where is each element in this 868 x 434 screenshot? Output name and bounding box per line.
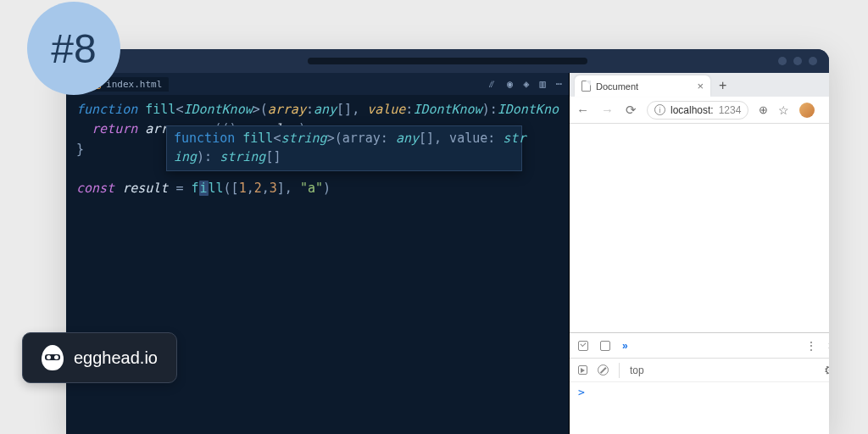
document-icon <box>581 81 591 92</box>
egghead-logo-icon <box>42 345 64 370</box>
site-info-icon[interactable]: i <box>654 104 665 115</box>
preview-icon[interactable]: ◉ <box>507 78 513 90</box>
editor-tab-bar: 5 index.html ⫽ ◉ ◈ ▥ ⋯ <box>66 73 569 95</box>
devtools-menu-icon[interactable]: ⋮ <box>806 340 816 352</box>
console-prompt[interactable]: > <box>570 382 829 402</box>
code-area[interactable]: function fill<IDontKnow>(array:any[], va… <box>66 95 569 243</box>
func-name: fill <box>145 102 175 117</box>
cursor-position: i <box>199 181 209 196</box>
browser-tab-title: Document <box>596 81 638 92</box>
profile-avatar[interactable] <box>799 103 815 118</box>
devtools-close-icon[interactable]: × <box>828 338 829 353</box>
bookmark-icon[interactable]: ☆ <box>778 103 789 117</box>
minimize-dot[interactable] <box>778 57 787 65</box>
browser-tab[interactable]: Document × <box>575 75 710 97</box>
brand-name: egghead.io <box>74 348 158 368</box>
close-tab-icon[interactable]: × <box>697 80 704 92</box>
maximize-dot[interactable] <box>793 57 802 65</box>
forward-icon[interactable]: → <box>601 103 614 118</box>
more-icon[interactable]: ⋯ <box>556 78 562 90</box>
reload-icon[interactable]: ⟳ <box>626 103 637 118</box>
url-field[interactable]: i localhost:1234 <box>647 101 748 120</box>
layout-icon[interactable]: ▥ <box>540 78 546 90</box>
prompt-chevron: > <box>578 386 585 398</box>
devtools-overflow-icon[interactable]: » <box>622 340 628 352</box>
url-host: localhost: <box>670 104 714 116</box>
search-icon[interactable]: ⊕ <box>759 103 768 116</box>
browser-tab-strip: Document × + <box>570 73 829 97</box>
episode-number: #8 <box>51 25 96 72</box>
split-editor-icon[interactable]: ⫽ <box>487 78 497 90</box>
devtools-settings-icon[interactable]: ⚙ <box>824 363 829 378</box>
traffic-lights <box>778 57 817 65</box>
run-icon[interactable] <box>578 365 587 375</box>
devtools-panel: » ⋮ × top ⚙ > <box>570 332 829 434</box>
new-tab-button[interactable]: + <box>714 78 732 97</box>
keyword-return: return <box>92 121 137 136</box>
generic-type: IDontKnow <box>183 102 252 117</box>
episode-badge: #8 <box>27 2 120 95</box>
keyword-function: function <box>76 102 137 117</box>
tab-filename: index.html <box>106 79 162 90</box>
close-dot[interactable] <box>809 57 817 65</box>
browser-viewport <box>570 124 829 332</box>
app-window: 5 index.html ⫽ ◉ ◈ ▥ ⋯ function fill<IDo… <box>66 49 829 434</box>
back-icon[interactable]: ← <box>576 103 589 118</box>
drag-handle[interactable] <box>308 58 587 64</box>
brand-pill: egghead.io <box>22 332 177 383</box>
device-toolbar-icon[interactable] <box>600 341 610 351</box>
element-picker-icon[interactable] <box>578 341 588 351</box>
browser-pane: Document × + ← → ⟳ i localhost:1234 ⊕ ☆ <box>569 73 829 434</box>
context-selector[interactable]: top <box>630 364 644 376</box>
address-bar: ← → ⟳ i localhost:1234 ⊕ ☆ ⋮ <box>570 97 829 124</box>
url-port: 1234 <box>719 104 742 116</box>
keyword-const: const <box>76 181 114 196</box>
menu-icon[interactable]: ⋮ <box>825 103 829 117</box>
signature-tooltip: function fill<string>(array: any[], valu… <box>166 125 522 171</box>
diff-icon[interactable]: ◈ <box>523 78 529 90</box>
window-titlebar[interactable] <box>66 49 829 73</box>
clear-console-icon[interactable] <box>598 364 609 376</box>
